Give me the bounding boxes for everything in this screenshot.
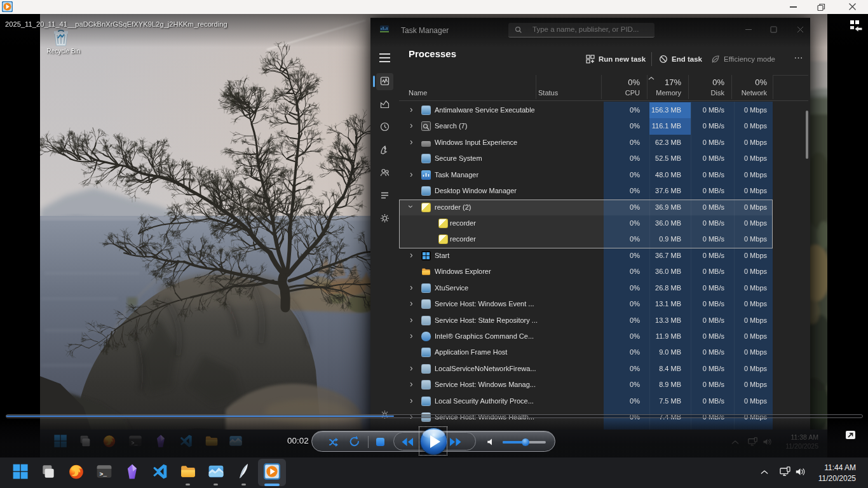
svg-text:Recycle Bin: Recycle Bin xyxy=(47,48,81,55)
